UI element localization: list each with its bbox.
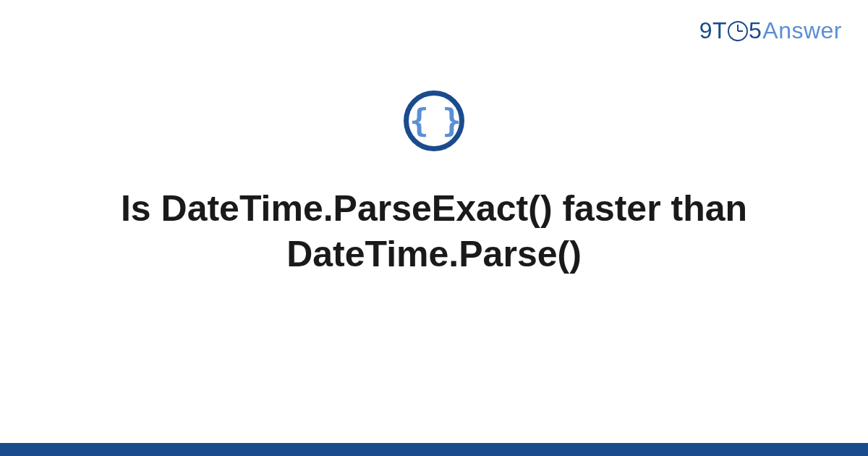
site-logo: 9T 5 Answer xyxy=(699,17,842,44)
footer-accent-bar xyxy=(0,443,868,456)
category-badge: { } xyxy=(404,90,464,151)
clock-icon xyxy=(728,21,748,41)
code-braces-icon: { } xyxy=(409,105,458,137)
main-content: { } Is DateTime.ParseExact() faster than… xyxy=(0,90,868,276)
question-title: Is DateTime.ParseExact() faster than Dat… xyxy=(87,186,781,276)
logo-text-middle: 5 xyxy=(749,17,762,44)
logo-text-prefix: 9T xyxy=(699,17,727,44)
logo-text-suffix: Answer xyxy=(762,17,842,44)
